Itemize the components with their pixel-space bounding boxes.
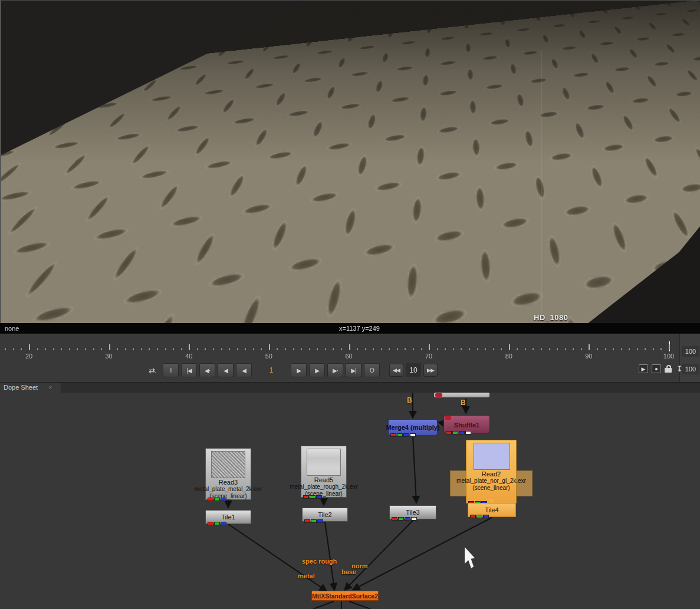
clipped-node[interactable] xyxy=(434,393,489,397)
node-read3[interactable]: Read3 metal_plate_metal_2k.exr (scene_li… xyxy=(205,448,251,500)
goto-end-button[interactable]: ▶| xyxy=(346,363,361,377)
record-icon[interactable]: ● xyxy=(652,364,661,373)
ruler-tick xyxy=(517,348,518,350)
ruler-tick xyxy=(597,348,598,350)
ruler-tick xyxy=(445,348,446,350)
node-tile4-selected[interactable]: Tile4 xyxy=(468,503,516,517)
ruler-tick xyxy=(541,348,542,350)
prev-keyframe-button[interactable]: ◀· xyxy=(199,363,215,377)
input-label-base: base xyxy=(341,568,356,575)
ruler-tick xyxy=(357,348,358,350)
ruler-tick xyxy=(69,348,70,350)
channel-chip-r xyxy=(392,517,397,521)
ruler-tick xyxy=(197,348,198,350)
ruler-tick xyxy=(341,348,342,350)
viewer-status-bar: none x=1137 y=249 xyxy=(0,323,700,334)
format-boundary-line xyxy=(541,50,541,323)
node-label: Read2 xyxy=(466,470,516,478)
tab-close-icon[interactable]: × xyxy=(48,384,52,391)
current-frame-field[interactable]: 1 xyxy=(254,363,288,377)
read-filename: metal_plate_nor_gl_2k.exr xyxy=(456,478,526,484)
step-forward-button[interactable]: ▶ xyxy=(291,363,307,377)
channel-chips xyxy=(470,515,489,518)
play-backward-button[interactable]: ◀ xyxy=(218,363,234,377)
ruler-tick xyxy=(397,348,398,350)
lock-range-icon[interactable] xyxy=(665,364,673,373)
ruler-tick xyxy=(237,348,238,350)
ruler-tick xyxy=(317,348,318,350)
step-back-button[interactable]: ◀ xyxy=(236,363,252,377)
ruler-frame-label: 30 xyxy=(106,353,113,360)
viewer-range-end-field[interactable]: 100 xyxy=(682,364,699,374)
range-end-field[interactable]: 100 xyxy=(682,346,699,357)
ruler-tick xyxy=(181,348,182,350)
node-tile3[interactable]: Tile3 xyxy=(389,505,436,519)
ruler-tick xyxy=(85,348,86,350)
read-filename: metal_plate_rough_2k.exr xyxy=(290,483,358,490)
channel-chips xyxy=(390,433,416,437)
goto-start-button[interactable]: |◀ xyxy=(181,363,197,377)
playback-mode-button[interactable]: ⇄. xyxy=(144,363,160,377)
cursor-coordinates: x=1137 y=249 xyxy=(339,325,380,332)
tab-dope-sheet[interactable]: Dope Sheet × xyxy=(0,383,61,393)
ruler-tick xyxy=(13,348,14,350)
mark-in-button[interactable]: I xyxy=(163,363,179,377)
channel-chip-r xyxy=(446,431,452,434)
node-shuffle1[interactable]: Shuffle1 xyxy=(443,415,490,433)
node-mtlx-standard-surface2[interactable]: MtlXStandardSurface2 xyxy=(311,591,379,601)
ruler-tick xyxy=(549,348,550,350)
node-graph-panel[interactable]: B B Merge4 (multiply) Shuffle1 Read3 met… xyxy=(0,393,700,609)
frame-increment-field[interactable]: 10 xyxy=(406,363,421,377)
node-connections xyxy=(0,393,700,609)
channel-chips xyxy=(208,498,226,501)
channel-chip-b xyxy=(483,515,489,518)
node-error-dot xyxy=(435,393,442,397)
ruler-frame-label: 50 xyxy=(265,353,272,360)
flipbook-icon[interactable]: ▶ xyxy=(639,364,648,373)
ruler-tick xyxy=(573,348,574,350)
node-tile1[interactable]: Tile1 xyxy=(205,510,251,524)
ruler-tick xyxy=(173,348,174,350)
ruler-tick xyxy=(253,348,254,350)
channel-chip-b xyxy=(317,519,323,523)
ruler-frame-label: 20 xyxy=(25,353,32,360)
ruler-tick xyxy=(581,348,582,350)
input-label-metal: metal xyxy=(298,572,315,580)
ruler-tick xyxy=(509,344,510,350)
node-tile2[interactable]: Tile2 xyxy=(302,508,348,522)
ruler-tick xyxy=(133,348,134,350)
increment-step-button[interactable]: ▶▶ xyxy=(423,364,438,377)
node-read5[interactable]: Read5 metal_plate_rough_2k.exr (scene_li… xyxy=(301,446,347,498)
channel-chip-b xyxy=(405,517,410,521)
channel-chips xyxy=(446,431,471,434)
node-error-dot xyxy=(445,416,451,420)
ruler-frame-label: 70 xyxy=(425,353,432,360)
channel-chip-r xyxy=(208,522,213,525)
ruler-tick xyxy=(229,348,230,350)
node-read2-selected[interactable]: Read2 metal_plate_nor_gl_2k.exr (scene_l… xyxy=(466,440,517,503)
ruler-tick xyxy=(157,348,158,350)
ruler-tick xyxy=(125,348,126,350)
viewer-canvas[interactable]: HD_1080 xyxy=(0,0,700,323)
ruler-tick xyxy=(557,348,558,350)
timeline-right-icons: ▶ ● ↧ xyxy=(639,364,683,373)
channel-chip-g xyxy=(397,433,403,437)
channel-chip-g xyxy=(214,522,220,525)
node-merge4[interactable]: Merge4 (multiply) xyxy=(388,419,438,436)
ruler-tick xyxy=(349,344,350,350)
ruler-tick xyxy=(77,348,78,350)
decrement-step-button[interactable]: ◀◀ xyxy=(389,364,403,377)
next-keyframe-button[interactable]: ▶· xyxy=(327,363,343,377)
ruler-tick xyxy=(477,348,478,350)
ruler-tick xyxy=(93,348,94,350)
ruler-tick xyxy=(501,348,502,350)
node-label: MtlXStandardSurface2 xyxy=(312,591,378,601)
read-filename: metal_plate_metal_2k.exr xyxy=(195,486,262,492)
channel-chip-b xyxy=(221,498,226,501)
input-label-spec-rough: spec rough xyxy=(302,558,337,565)
export-tray-icon[interactable]: ↧ xyxy=(676,364,683,373)
frame-ruler[interactable]: 2030405060708090100 xyxy=(0,334,678,361)
frame-range-mode-button[interactable]: O xyxy=(364,363,380,377)
play-forward-button[interactable]: ▶ xyxy=(309,363,325,377)
channel-chip-b xyxy=(403,433,409,437)
